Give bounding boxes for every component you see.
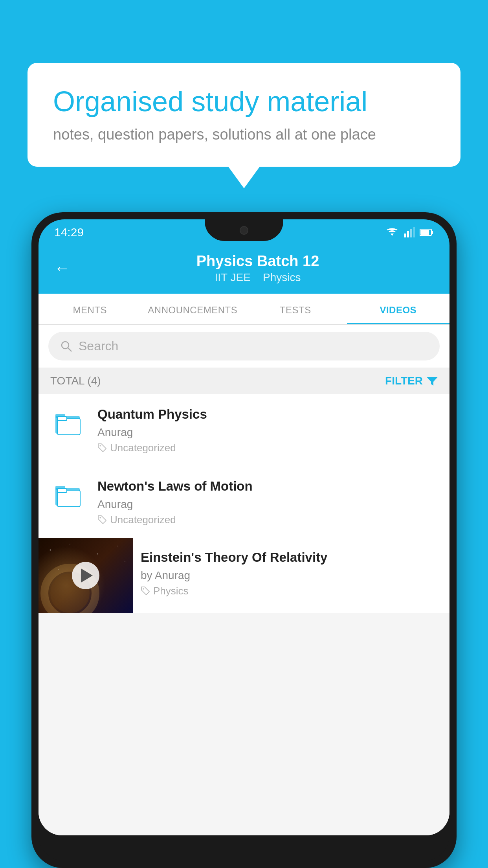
back-button[interactable]: ← [54,259,70,277]
header-title-group: Physics Batch 12 IIT JEE Physics [82,253,434,284]
app-header: ← Physics Batch 12 IIT JEE Physics [39,245,449,294]
svg-point-21 [50,549,51,550]
speech-bubble-card: Organised study material notes, question… [28,63,460,167]
video-title: Einstein's Theory Of Relativity [141,549,442,566]
tag-icon [97,443,107,452]
tag-label: Uncategorized [110,514,176,526]
speech-bubble-heading: Organised study material [53,85,435,118]
play-triangle-icon [81,568,93,583]
svg-rect-2 [407,231,409,237]
phone-inner: 14:29 [39,219,449,861]
video-info: Newton's Laws of Motion Anurag Uncategor… [97,478,440,526]
video-tag: Uncategorized [97,442,440,454]
filter-icon [427,375,438,386]
video-tag: Physics [141,585,442,597]
tab-ments[interactable]: MENTS [39,294,141,324]
svg-point-25 [125,561,125,562]
signal-icon [404,227,415,237]
phone-notch [205,219,283,241]
video-title: Newton's Laws of Motion [97,478,440,495]
svg-rect-6 [431,231,433,234]
header-subtitle: IIT JEE Physics [82,271,434,284]
svg-point-23 [97,553,98,554]
svg-rect-7 [420,230,429,235]
tab-announcements[interactable]: ANNOUNCEMENTS [141,294,244,324]
svg-point-24 [117,546,117,546]
phone-screen: ← Physics Batch 12 IIT JEE Physics MENTS [39,245,449,835]
header-subtitle-part2: Physics [263,271,301,283]
filter-button[interactable]: FILTER [385,375,438,387]
search-placeholder: Search [79,339,118,353]
svg-point-8 [62,342,69,349]
total-label: TOTAL (4) [50,375,101,387]
tab-tests[interactable]: TESTS [244,294,347,324]
svg-marker-10 [427,377,438,386]
video-author: Anurag [97,426,440,439]
tag-label: Physics [153,585,189,597]
svg-line-9 [68,348,72,351]
video-list: Quantum Physics Anurag Uncategorized [39,394,449,613]
svg-rect-14 [57,417,67,421]
screen-content: Search TOTAL (4) FILTER [39,325,449,835]
svg-rect-19 [57,489,67,493]
speech-bubble-subtext: notes, question papers, solutions all at… [53,126,435,143]
speech-bubble-arrow [228,167,260,188]
list-item[interactable]: Einstein's Theory Of Relativity by Anura… [39,538,449,613]
battery-icon [420,228,434,236]
folder-icon [53,480,83,509]
svg-point-22 [70,544,70,544]
tab-bar: MENTS ANNOUNCEMENTS TESTS VIDEOS [39,294,449,325]
tab-videos[interactable]: VIDEOS [347,294,450,324]
status-time: 14:29 [54,226,84,239]
tag-icon [97,515,107,524]
folder-icon-container [48,478,88,509]
search-bar[interactable]: Search [48,332,440,360]
tag-label: Uncategorized [110,442,176,454]
svg-point-20 [100,517,101,519]
camera-dot [240,226,248,235]
play-button[interactable] [72,562,99,589]
video-author: by Anurag [141,569,442,582]
svg-rect-4 [413,227,415,237]
folder-icon [53,408,83,438]
phone-outer: 14:29 [31,212,457,868]
einstein-thumbnail [39,538,133,613]
svg-rect-1 [404,234,406,237]
video-title: Quantum Physics [97,406,440,423]
tag-icon [141,586,150,596]
status-icons [385,227,434,237]
list-item[interactable]: Newton's Laws of Motion Anurag Uncategor… [39,466,449,538]
svg-marker-0 [391,234,394,236]
video-author: Anurag [97,498,440,511]
wifi-icon [385,227,399,237]
filter-label: FILTER [385,375,423,387]
folder-icon-container [48,406,88,438]
search-icon [60,340,73,353]
svg-rect-3 [410,229,412,237]
svg-point-15 [100,445,101,447]
einstein-info: Einstein's Theory Of Relativity by Anura… [133,538,449,608]
video-tag: Uncategorized [97,514,440,526]
speech-bubble-section: Organised study material notes, question… [28,63,460,188]
header-subtitle-part1: IIT JEE [215,271,251,283]
svg-point-29 [143,588,144,590]
list-item[interactable]: Quantum Physics Anurag Uncategorized [39,394,449,466]
video-info: Quantum Physics Anurag Uncategorized [97,406,440,454]
header-title: Physics Batch 12 [82,253,434,270]
filter-bar: TOTAL (4) FILTER [39,368,449,394]
phone-wrapper: 14:29 [31,212,457,868]
search-bar-container: Search [39,325,449,368]
